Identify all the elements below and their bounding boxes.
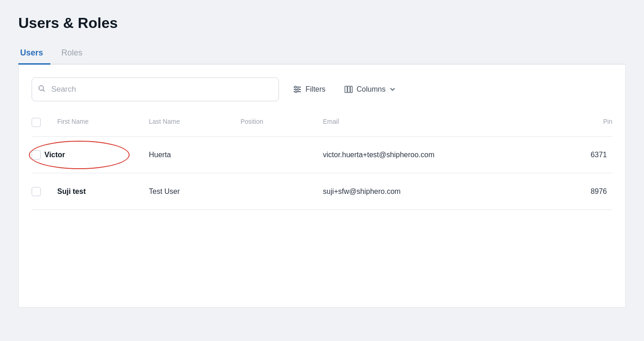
- svg-rect-8: [345, 86, 347, 93]
- svg-rect-9: [348, 86, 350, 93]
- chevron-down-icon: [389, 86, 396, 93]
- svg-point-6: [297, 88, 299, 90]
- row-checkbox-victor[interactable]: [32, 150, 41, 160]
- cell-last-name: Test User: [149, 187, 240, 196]
- page-container: Users & Roles Users Roles: [0, 0, 644, 341]
- svg-point-5: [295, 86, 296, 88]
- cell-pin: 6371: [567, 151, 612, 159]
- table-header: First Name Last Name Position Email Pin: [32, 114, 612, 137]
- page-title: Users & Roles: [18, 15, 626, 32]
- row-checkbox-cell: [32, 150, 41, 160]
- header-first-name: First Name: [57, 114, 149, 131]
- cell-email: suji+sfw@shiphero.com: [323, 187, 567, 196]
- cell-last-name: Huerta: [149, 151, 240, 159]
- search-wrapper: [32, 77, 279, 101]
- row-checkbox-suji[interactable]: [32, 187, 41, 196]
- cell-pin: 8976: [567, 187, 612, 196]
- header-pin: Pin: [567, 114, 612, 131]
- table-row: Victor Huerta victor.huerta+test@shipher…: [32, 137, 612, 173]
- filters-icon: [293, 85, 302, 94]
- toolbar: Filters Columns: [32, 77, 612, 101]
- table: First Name Last Name Position Email Pin …: [32, 114, 612, 210]
- filters-button[interactable]: Filters: [288, 82, 330, 97]
- header-position: Position: [240, 114, 323, 131]
- table-row: Suji test Test User suji+sfw@shiphero.co…: [32, 173, 612, 210]
- header-checkbox-cell: [32, 114, 57, 131]
- header-email: Email: [323, 114, 567, 131]
- columns-label: Columns: [357, 85, 386, 94]
- search-input[interactable]: [32, 77, 279, 101]
- tab-users[interactable]: Users: [18, 44, 50, 65]
- columns-button[interactable]: Columns: [339, 82, 400, 97]
- svg-rect-10: [350, 86, 352, 93]
- filters-label: Filters: [306, 85, 326, 94]
- cell-first-name: Suji test: [57, 187, 149, 196]
- header-checkbox[interactable]: [32, 118, 41, 127]
- row-checkbox-cell: [32, 187, 57, 196]
- tab-roles[interactable]: Roles: [60, 44, 90, 65]
- cell-first-name: Victor: [41, 151, 71, 159]
- header-last-name: Last Name: [149, 114, 240, 131]
- cell-email: victor.huerta+test@shipheroo.com: [323, 151, 567, 159]
- tabs-container: Users Roles: [18, 44, 626, 65]
- columns-icon: [344, 85, 353, 94]
- svg-point-7: [295, 91, 297, 93]
- content-panel: Filters Columns: [18, 65, 626, 308]
